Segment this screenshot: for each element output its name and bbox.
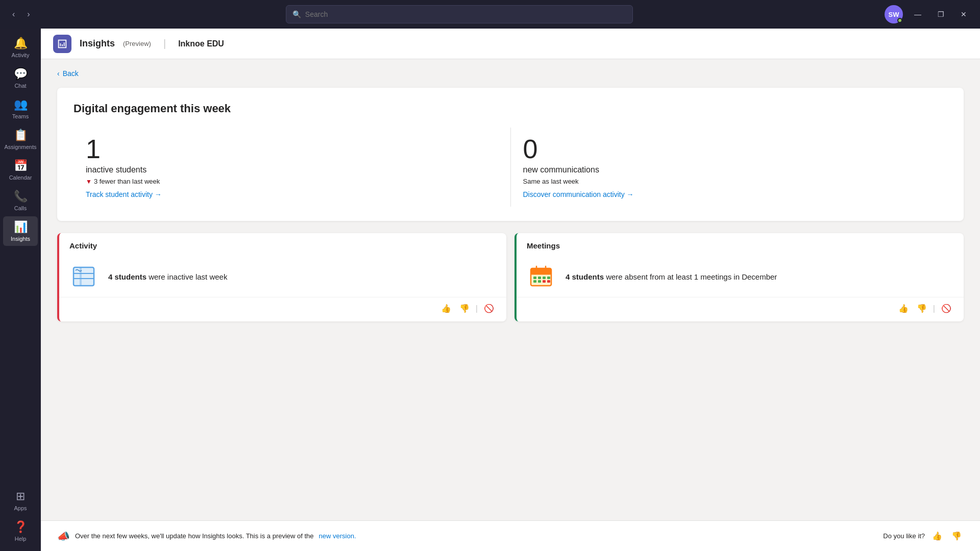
nav-forward-button[interactable]: ›: [23, 8, 34, 21]
app-body: 🔔 Activity 💬 Chat 👥 Teams 📋 Assignments …: [0, 29, 980, 551]
search-input[interactable]: [305, 10, 626, 18]
engagement-card: Digital engagement this week 1 inactive …: [57, 88, 964, 221]
discover-comms-link[interactable]: Discover communication activity →: [523, 190, 936, 198]
new-comms-label: new communications: [523, 165, 936, 174]
meetings-card: Meetings: [514, 233, 964, 321]
back-chevron-icon: ‹: [57, 69, 60, 78]
svg-rect-11: [533, 277, 536, 279]
sidebar-item-calls[interactable]: 📞 Calls: [3, 186, 38, 215]
footer-message-start: Over the next few weeks, we'll update ho…: [75, 532, 314, 540]
sidebar-item-activity[interactable]: 🔔 Activity: [3, 33, 38, 62]
sidebar-item-apps[interactable]: ⊞ Apps: [3, 486, 38, 515]
cards-row: Activity: [57, 233, 964, 321]
footer-thumbsdown-button[interactable]: 👎: [949, 529, 964, 543]
activity-bold-text: 4 students: [108, 272, 146, 281]
sidebar-label-activity: Activity: [12, 52, 30, 58]
content-area: Insights (Preview) | Inknoe EDU ‹ Back D…: [41, 29, 980, 551]
app-header-icon: [53, 35, 71, 53]
minimize-button[interactable]: —: [909, 7, 926, 21]
stat-block-communications: 0 new communications Same as last week D…: [511, 128, 948, 207]
back-link[interactable]: ‹ Back: [57, 69, 964, 78]
sidebar-label-assignments: Assignments: [5, 144, 37, 150]
sidebar-label-chat: Chat: [14, 83, 26, 89]
search-bar[interactable]: 🔍: [286, 5, 633, 23]
activity-rest-text: were inactive last week: [149, 272, 227, 281]
sidebar-label-calendar: Calendar: [9, 174, 32, 181]
svg-rect-18: [547, 280, 550, 283]
engagement-title: Digital engagement this week: [74, 102, 947, 115]
footer-thumbsup-button[interactable]: 👍: [930, 529, 944, 543]
meetings-card-footer: 👍 👎 | 🚫: [517, 297, 964, 321]
app-header-org: Inknoe EDU: [178, 39, 224, 48]
back-label: Back: [63, 69, 79, 78]
activity-icon: 🔔: [14, 37, 28, 50]
nav-controls: ‹ ›: [8, 8, 34, 21]
calendar-icon: [528, 263, 554, 290]
inactive-students-label: inactive students: [86, 165, 498, 174]
inactive-change-text: 3 fewer than last week: [94, 178, 160, 185]
maximize-button[interactable]: ❐: [933, 7, 949, 21]
activity-thumbsup-button[interactable]: 👍: [439, 302, 453, 315]
new-comms-number: 0: [523, 136, 936, 162]
meetings-footer-divider: |: [933, 304, 935, 313]
activity-thumbsdown-button[interactable]: 👎: [457, 302, 472, 315]
footer-right: Do you like it? 👍 👎: [883, 529, 964, 543]
new-comms-change: Same as last week: [523, 178, 936, 185]
activity-footer-divider: |: [476, 304, 478, 313]
meetings-bold-text: 4 students: [566, 272, 604, 281]
sidebar: 🔔 Activity 💬 Chat 👥 Teams 📋 Assignments …: [0, 29, 41, 551]
svg-rect-15: [533, 280, 536, 283]
engagement-title-normal: this week: [180, 102, 231, 115]
comms-change-text: Same as last week: [523, 178, 579, 185]
track-activity-link[interactable]: Track student activity →: [86, 190, 498, 198]
footer-banner: 📣 Over the next few weeks, we'll update …: [41, 520, 980, 551]
svg-rect-12: [538, 277, 541, 279]
meetings-thumbsup-button[interactable]: 👍: [896, 302, 911, 315]
app-header-preview: (Preview): [123, 40, 151, 47]
activity-card-text: 4 students were inactive last week: [108, 271, 227, 282]
meetings-rest-text: were absent from at least 1 meetings in …: [606, 272, 777, 281]
svg-rect-17: [543, 280, 546, 283]
help-icon: ❓: [14, 520, 28, 534]
nav-back-button[interactable]: ‹: [8, 8, 19, 21]
sidebar-label-insights: Insights: [11, 236, 30, 242]
avatar[interactable]: SW: [885, 5, 903, 23]
sidebar-item-assignments[interactable]: 📋 Assignments: [3, 124, 38, 154]
meetings-settings-button[interactable]: 🚫: [939, 302, 953, 315]
page-content: ‹ Back Digital engagement this week 1 in…: [41, 59, 980, 520]
meetings-card-body: 4 students were absent from at least 1 m…: [517, 254, 964, 297]
sidebar-label-calls: Calls: [14, 205, 27, 211]
sidebar-label-help: Help: [15, 536, 27, 542]
footer-banner-left: 📣 Over the next few weeks, we'll update …: [57, 530, 356, 542]
activity-card-header: Activity: [59, 233, 506, 254]
meetings-card-header: Meetings: [517, 233, 964, 254]
sidebar-item-chat[interactable]: 💬 Chat: [3, 63, 38, 93]
avatar-status: [897, 18, 902, 23]
svg-rect-4: [80, 267, 82, 286]
engagement-stats: 1 inactive students ▼ 3 fewer than last …: [74, 128, 947, 207]
meetings-thumbsdown-button[interactable]: 👎: [915, 302, 929, 315]
new-version-link[interactable]: new version.: [319, 532, 356, 540]
sidebar-item-teams[interactable]: 👥 Teams: [3, 94, 38, 123]
chat-icon: 💬: [14, 67, 28, 81]
book-icon: [70, 263, 97, 290]
stat-block-inactive: 1 inactive students ▼ 3 fewer than last …: [74, 128, 511, 207]
megaphone-icon: 📣: [57, 530, 70, 542]
app-header-divider: |: [163, 38, 166, 49]
sidebar-item-insights[interactable]: 📊 Insights: [3, 216, 38, 246]
close-button[interactable]: ✕: [955, 7, 972, 21]
sidebar-item-help[interactable]: ❓ Help: [3, 516, 38, 546]
insights-header-icon: [57, 38, 68, 49]
sidebar-item-calendar[interactable]: 📅 Calendar: [3, 155, 38, 185]
activity-card-body: 4 students were inactive last week: [59, 254, 506, 297]
avatar-initials: SW: [889, 11, 899, 18]
sidebar-label-teams: Teams: [12, 113, 29, 119]
activity-settings-button[interactable]: 🚫: [482, 302, 496, 315]
meetings-card-text: 4 students were absent from at least 1 m…: [566, 271, 777, 282]
engagement-title-bold: Digital engagement: [74, 102, 177, 115]
svg-rect-14: [547, 277, 550, 279]
activity-card: Activity: [57, 233, 506, 321]
sidebar-bottom: ⊞ Apps ❓ Help: [3, 486, 38, 547]
teams-icon: 👥: [14, 98, 28, 111]
activity-card-icon-wrap: [69, 262, 98, 291]
